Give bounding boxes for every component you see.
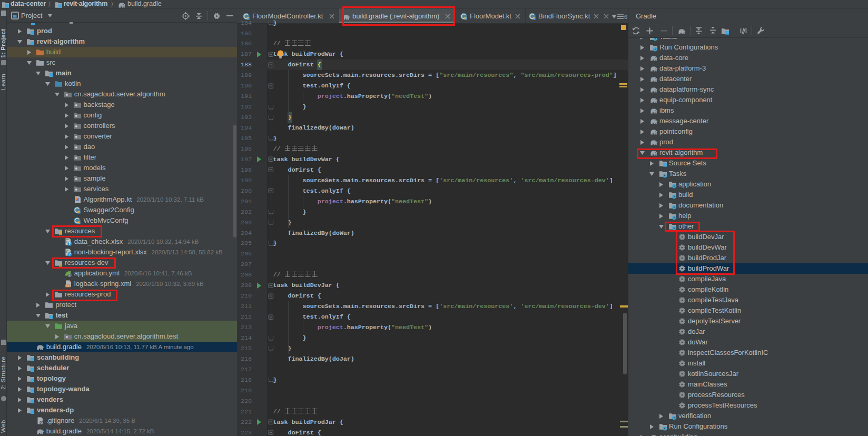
svg-text:<>: <> [66, 284, 70, 288]
svg-text:?: ? [68, 252, 71, 256]
svg-text:?: ? [68, 242, 71, 245]
